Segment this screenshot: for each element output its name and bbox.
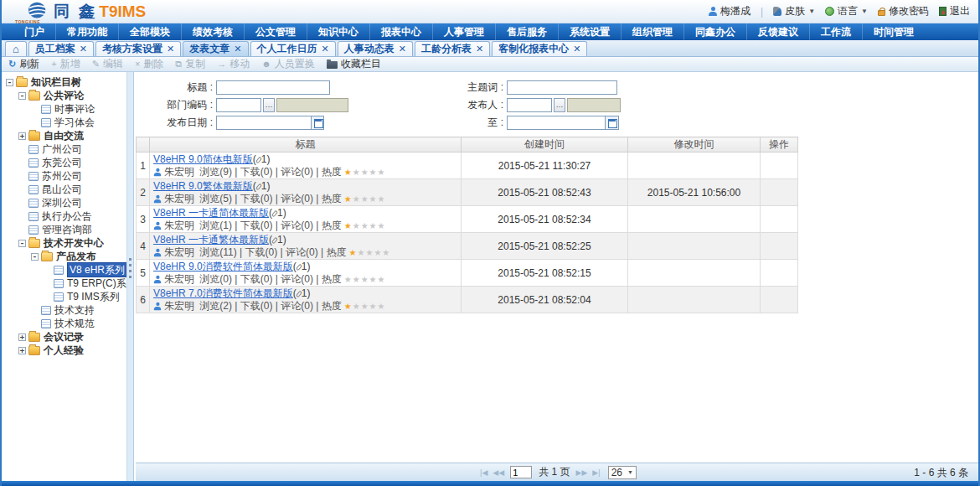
expand-icon[interactable]: +: [18, 347, 26, 354]
tab-工龄分析表[interactable]: 工龄分析表✕: [415, 41, 490, 56]
tree-node-广州公司[interactable]: 广州公司: [3, 142, 126, 156]
tree-node-会议记录[interactable]: +会议记录: [3, 330, 126, 344]
close-tab-icon[interactable]: ✕: [476, 44, 483, 54]
header-modified-time[interactable]: 修改时间: [628, 137, 761, 153]
toolbar-button-新增: +新增: [51, 57, 80, 71]
nav-item-组织管理[interactable]: 组织管理: [622, 23, 684, 40]
tree-node-产品发布[interactable]: -产品发布: [3, 250, 126, 263]
nav-item-时间管理[interactable]: 时间管理: [863, 23, 925, 40]
tree-node-时事评论[interactable]: 时事评论: [3, 102, 126, 116]
tree-node-自由交流[interactable]: +自由交流: [3, 129, 126, 142]
collapse-icon[interactable]: -: [18, 240, 26, 247]
toolbar-button-收藏栏目[interactable]: 收藏栏目: [327, 57, 381, 71]
first-page-button[interactable]: |◀: [480, 468, 487, 477]
tab-员工档案[interactable]: 员工档案✕: [28, 41, 94, 56]
close-tab-icon[interactable]: ✕: [573, 44, 580, 54]
article-title-link[interactable]: V8eHR 9.0简体电新版: [153, 153, 253, 165]
header-title[interactable]: 标题: [150, 137, 462, 153]
tree-node-管理咨询部[interactable]: 管理咨询部: [3, 223, 126, 236]
page-size-select[interactable]: 26 ▼: [608, 466, 637, 479]
collapse-icon[interactable]: -: [6, 79, 13, 86]
logout-button[interactable]: 退出: [939, 4, 970, 18]
article-title-link[interactable]: V8eHR 9.0消费软件简体最新版: [153, 261, 293, 272]
prev-page-button[interactable]: ◀◀: [493, 468, 504, 477]
collapse-icon[interactable]: -: [18, 92, 26, 100]
nav-item-全部模块[interactable]: 全部模块: [119, 23, 182, 40]
title-input[interactable]: [216, 80, 330, 95]
nav-item-门户[interactable]: 门户: [13, 23, 56, 40]
header-created-time[interactable]: 创建时间: [462, 137, 628, 153]
dept-code-input[interactable]: [216, 98, 261, 112]
tree-node-label: 管理咨询部: [42, 223, 92, 236]
tree-node-技术支持[interactable]: 技术支持: [3, 303, 126, 317]
language-menu[interactable]: 语言 ▼: [825, 4, 868, 18]
subject-input[interactable]: [507, 80, 617, 95]
toolbar-button-刷新[interactable]: ↻刷新: [8, 57, 39, 71]
tree-node-知识栏目树[interactable]: -知识栏目树: [3, 75, 126, 89]
article-title-link[interactable]: V8eHR 一卡通繁体最新版: [153, 234, 269, 246]
close-tab-icon[interactable]: ✕: [80, 44, 87, 54]
tree-node-深圳公司[interactable]: 深圳公司: [3, 196, 126, 209]
actions-cell: [761, 179, 798, 206]
panel-splitter[interactable]: [127, 72, 134, 481]
star-empty-icon: ★: [361, 168, 369, 177]
close-tab-icon[interactable]: ✕: [322, 44, 329, 54]
tree-node-T9 IMS系列[interactable]: T9 IMS系列: [3, 290, 126, 303]
close-tab-icon[interactable]: ✕: [399, 44, 406, 54]
next-page-button[interactable]: ▶▶: [576, 468, 588, 477]
row-number: 1: [137, 153, 150, 179]
page-number-input[interactable]: [510, 466, 532, 478]
nav-item-公文管理[interactable]: 公文管理: [245, 23, 307, 40]
nav-item-人事管理[interactable]: 人事管理: [433, 23, 496, 40]
expand-icon[interactable]: +: [18, 333, 26, 341]
close-tab-icon[interactable]: ✕: [234, 44, 241, 54]
tab-发表文章[interactable]: 发表文章✕: [183, 41, 248, 56]
collapse-icon[interactable]: -: [31, 253, 39, 261]
tab-个人工作日历[interactable]: 个人工作日历✕: [250, 41, 336, 56]
dept-code-label: 部门编码 :: [136, 98, 216, 112]
publisher-input[interactable]: [507, 98, 552, 112]
publisher-lookup-button[interactable]: …: [554, 98, 565, 112]
tree-node-苏州公司[interactable]: 苏州公司: [3, 169, 126, 183]
tree-node-T9 ERP(C)系列[interactable]: T9 ERP(C)系列: [3, 277, 126, 290]
nav-item-知识中心[interactable]: 知识中心: [307, 23, 370, 40]
tree-node-学习体会[interactable]: 学习体会: [3, 116, 126, 129]
tree-node-公共评论[interactable]: -公共评论: [3, 89, 126, 102]
tree-node-技术规范[interactable]: 技术规范: [3, 317, 126, 330]
dept-lookup-button[interactable]: …: [263, 98, 275, 112]
tab-home[interactable]: ⌂: [5, 41, 27, 56]
tree-node-东莞公司[interactable]: 东莞公司: [3, 156, 126, 169]
change-password-button[interactable]: 修改密码: [878, 4, 929, 18]
chevron-down-icon: ▼: [861, 8, 868, 15]
nav-item-报表中心[interactable]: 报表中心: [370, 23, 433, 40]
tab-人事动态表[interactable]: 人事动态表✕: [338, 41, 413, 56]
article-title-link[interactable]: V8eHR 一卡通简体最新版: [153, 207, 269, 219]
date-to-input[interactable]: [508, 116, 605, 129]
publish-date-input[interactable]: [217, 116, 311, 129]
article-title-link[interactable]: V8eHR 9.0繁体最新版: [153, 180, 253, 192]
document-icon: [28, 185, 39, 194]
nav-item-绩效考核[interactable]: 绩效考核: [182, 23, 245, 40]
tree-node-V8 eHR系列[interactable]: V8 eHR系列: [3, 263, 126, 277]
expand-icon[interactable]: +: [18, 132, 26, 140]
skin-menu[interactable]: 皮肤 ▼: [773, 4, 815, 18]
nav-item-同鑫办公[interactable]: 同鑫办公: [684, 23, 747, 40]
article-title-link[interactable]: V8eHR 7.0消费软件简体最新版: [153, 287, 293, 299]
user-menu[interactable]: 梅潘成: [709, 4, 750, 18]
attachment-count: (1): [293, 287, 311, 299]
tree-node-个人经验[interactable]: +个人经验: [3, 344, 126, 357]
tree-node-执行办公告[interactable]: 执行办公告: [3, 209, 126, 223]
tree-node-技术开发中心[interactable]: -技术开发中心: [3, 236, 126, 250]
nav-item-工作流[interactable]: 工作流: [810, 23, 863, 40]
last-page-button[interactable]: ▶|: [592, 468, 600, 477]
close-tab-icon[interactable]: ✕: [167, 44, 174, 54]
calendar-icon[interactable]: [605, 116, 617, 129]
nav-item-售后服务[interactable]: 售后服务: [496, 23, 559, 40]
nav-item-系统设置[interactable]: 系统设置: [559, 23, 622, 40]
calendar-icon[interactable]: [311, 116, 323, 129]
tab-客制化报表中心[interactable]: 客制化报表中心✕: [492, 41, 587, 56]
tree-node-昆山公司[interactable]: 昆山公司: [3, 183, 126, 196]
nav-item-反馈建议[interactable]: 反馈建议: [747, 23, 810, 40]
tab-考核方案设置[interactable]: 考核方案设置✕: [95, 41, 181, 56]
nav-item-常用功能[interactable]: 常用功能: [56, 23, 119, 40]
